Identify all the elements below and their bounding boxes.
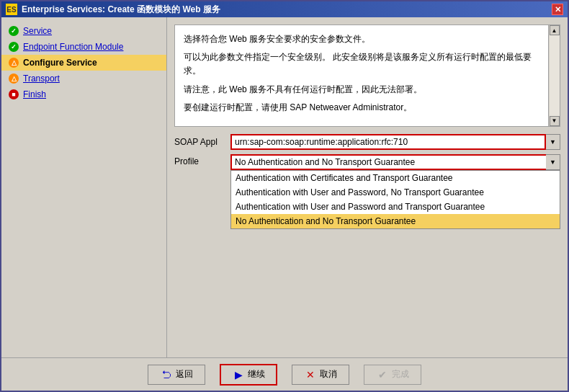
finish-status-icon: ■ xyxy=(9,89,19,99)
sidebar-label-transport: Transport xyxy=(23,74,60,84)
description-scrollbar: ▲ ▼ xyxy=(548,25,560,126)
finish-label: 完成 xyxy=(392,368,409,380)
scroll-down-arrow[interactable]: ▼ xyxy=(550,116,560,126)
sidebar-item-finish[interactable]: ■ Finish xyxy=(1,86,166,102)
close-button[interactable]: ✕ xyxy=(552,4,563,15)
sidebar-label-configure: Configure Service xyxy=(23,58,97,68)
cancel-icon: ✕ xyxy=(304,368,317,381)
soap-appl-label: SOAP Appl xyxy=(174,137,225,147)
sidebar-label-finish: Finish xyxy=(23,89,46,99)
sidebar-label-endpoint: Endpoint Function Module xyxy=(23,42,123,52)
finish-button[interactable]: ✔ 完成 xyxy=(364,365,421,385)
description-box: 选择符合您 Web 服务安全要求的安全参数文件。 可以为此参数文件指定一个安全级… xyxy=(174,24,560,127)
soap-appl-input-container: ▼ xyxy=(230,134,560,150)
description-text: 选择符合您 Web 服务安全要求的安全参数文件。 可以为此参数文件指定一个安全级… xyxy=(184,32,538,115)
back-icon: ⮌ xyxy=(160,368,173,381)
profile-row: Profile Authentication with Certificates… xyxy=(174,154,560,170)
profile-label: Profile xyxy=(174,154,225,166)
sidebar-item-service[interactable]: ✓ Service xyxy=(1,23,166,39)
soap-appl-dropdown-btn[interactable]: ▼ xyxy=(546,134,560,150)
service-status-icon: ✓ xyxy=(9,26,19,36)
main-window: ES Enterprise Services: Create 函数模块的 Web… xyxy=(0,0,569,392)
profile-dropdown-container: Authentication with Certificates and Tra… xyxy=(230,154,560,170)
cancel-button[interactable]: ✕ 取消 xyxy=(292,365,349,385)
continue-label: 继续 xyxy=(248,368,265,380)
continue-button[interactable]: ▶ 继续 xyxy=(220,364,277,386)
profile-dropdown-list: Authentication with Certificates and Tra… xyxy=(230,170,560,229)
desc-line1: 选择符合您 Web 服务安全要求的安全参数文件。 xyxy=(184,32,538,46)
sidebar-label-service: Service xyxy=(23,26,52,36)
configure-status-icon: △ xyxy=(9,58,19,68)
desc-line2: 可以为此参数文件指定一个安全级别。 此安全级别将是该服务定义所有运行时配置的最低… xyxy=(184,50,538,78)
soap-appl-row: SOAP Appl ▼ xyxy=(174,134,560,150)
title-bar: ES Enterprise Services: Create 函数模块的 Web… xyxy=(1,1,568,17)
dropdown-item-no-auth[interactable]: No Authentication and No Transport Guara… xyxy=(231,214,560,228)
content-area: ✓ Service ✓ Endpoint Function Module △ C… xyxy=(1,17,568,357)
sidebar-item-configure[interactable]: △ Configure Service xyxy=(1,55,166,71)
scroll-up-arrow[interactable]: ▲ xyxy=(550,25,560,35)
footer: ⮌ 返回 ▶ 继续 ✕ 取消 ✔ 完成 xyxy=(1,357,568,391)
cancel-label: 取消 xyxy=(320,368,337,380)
scroll-track xyxy=(550,35,560,116)
dropdown-item-user-no[interactable]: Authentication with User and Password, N… xyxy=(231,185,560,200)
desc-line4: 要创建运行时配置，请使用 SAP Netweaver Administrator… xyxy=(184,101,538,115)
profile-select[interactable]: Authentication with Certificates and Tra… xyxy=(230,154,560,170)
dropdown-item-user-transport[interactable]: Authentication with User and Password an… xyxy=(231,200,560,214)
transport-status-icon: △ xyxy=(9,74,19,84)
app-icon: ES xyxy=(6,4,17,15)
soap-appl-input[interactable] xyxy=(230,134,546,150)
form-area: SOAP Appl ▼ Profile Authentication with … xyxy=(174,134,560,170)
back-label: 返回 xyxy=(176,368,193,380)
back-button[interactable]: ⮌ 返回 xyxy=(148,365,205,385)
main-panel: 选择符合您 Web 服务安全要求的安全参数文件。 可以为此参数文件指定一个安全级… xyxy=(167,17,568,357)
finish-icon: ✔ xyxy=(376,368,389,381)
dropdown-item-cert[interactable]: Authentication with Certificates and Tra… xyxy=(231,171,560,185)
window-title: Enterprise Services: Create 函数模块的 Web 服务 xyxy=(22,4,220,16)
desc-line3: 请注意，此 Web 服务不具有任何运行时配置，因此无法部署。 xyxy=(184,83,538,97)
endpoint-status-icon: ✓ xyxy=(9,42,19,52)
sidebar-item-endpoint[interactable]: ✓ Endpoint Function Module xyxy=(1,39,166,55)
title-bar-left: ES Enterprise Services: Create 函数模块的 Web… xyxy=(6,4,220,16)
sidebar-item-transport[interactable]: △ Transport xyxy=(1,71,166,86)
sidebar: ✓ Service ✓ Endpoint Function Module △ C… xyxy=(1,17,167,357)
continue-icon: ▶ xyxy=(232,368,245,381)
